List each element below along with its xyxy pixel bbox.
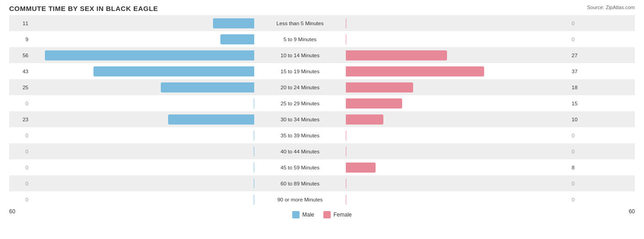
chart-title: COMMUTE TIME BY SEX IN BLACK EAGLE xyxy=(9,5,635,12)
female-value: 0 xyxy=(570,21,591,26)
female-bar xyxy=(346,98,402,109)
female-value: 8 xyxy=(570,165,591,170)
male-value: 56 xyxy=(9,53,30,58)
female-value: 0 xyxy=(570,37,591,42)
male-value: 0 xyxy=(9,101,30,106)
male-value: 0 xyxy=(9,165,30,170)
male-value: 0 xyxy=(9,133,30,138)
row-label: 30 to 34 Minutes xyxy=(254,117,346,122)
female-bar xyxy=(346,18,346,28)
male-bar xyxy=(93,66,254,76)
male-value: 23 xyxy=(9,117,30,122)
bars-area: 11Less than 5 Minutes095 to 9 Minutes056… xyxy=(9,15,635,207)
male-value: 0 xyxy=(9,197,30,202)
female-bar xyxy=(346,66,484,76)
row-label: 10 to 14 Minutes xyxy=(254,53,346,58)
female-value: 0 xyxy=(570,149,591,154)
table-row: 060 to 89 Minutes0 xyxy=(9,175,635,191)
table-row: 2330 to 34 Minutes10 xyxy=(9,111,635,127)
chart-container: COMMUTE TIME BY SEX IN BLACK EAGLE Sourc… xyxy=(0,0,644,239)
legend: Male Female xyxy=(292,211,352,218)
row-label: Less than 5 Minutes xyxy=(254,21,346,26)
female-value: 15 xyxy=(570,101,591,106)
row-label: 60 to 89 Minutes xyxy=(254,181,346,186)
female-bar xyxy=(346,179,346,189)
legend-male: Male xyxy=(292,211,314,218)
row-label: 45 to 59 Minutes xyxy=(254,165,346,170)
female-value: 37 xyxy=(570,69,591,74)
table-row: 11Less than 5 Minutes0 xyxy=(9,15,635,31)
row-label: 5 to 9 Minutes xyxy=(254,37,346,42)
female-bar xyxy=(346,147,346,157)
female-value: 0 xyxy=(570,181,591,186)
female-bar xyxy=(346,195,346,205)
row-label: 40 to 44 Minutes xyxy=(254,149,346,154)
table-row: 025 to 29 Minutes15 xyxy=(9,95,635,111)
male-bar xyxy=(213,18,254,28)
row-label: 15 to 19 Minutes xyxy=(254,69,346,74)
male-bar xyxy=(168,114,254,125)
row-label: 90 or more Minutes xyxy=(254,197,346,202)
male-value: 43 xyxy=(9,69,30,74)
female-value: 0 xyxy=(570,133,591,138)
male-bar xyxy=(220,34,254,44)
male-legend-box xyxy=(292,211,300,218)
table-row: 090 or more Minutes0 xyxy=(9,191,635,207)
female-value: 10 xyxy=(570,117,591,122)
male-bar xyxy=(161,82,254,92)
row-label: 35 to 39 Minutes xyxy=(254,133,346,138)
female-bar xyxy=(346,114,383,125)
female-legend-box xyxy=(323,211,331,218)
male-value: 25 xyxy=(9,85,30,90)
male-value: 0 xyxy=(9,149,30,154)
female-value: 18 xyxy=(570,85,591,90)
female-label: Female xyxy=(333,212,352,218)
row-label: 25 to 29 Minutes xyxy=(254,101,346,106)
axis-left: 60 xyxy=(9,208,15,218)
female-bar xyxy=(346,34,346,44)
table-row: 040 to 44 Minutes0 xyxy=(9,143,635,159)
male-value: 0 xyxy=(9,181,30,186)
female-value: 0 xyxy=(570,197,591,202)
female-bar xyxy=(346,130,346,141)
table-row: 045 to 59 Minutes8 xyxy=(9,159,635,175)
female-bar xyxy=(346,50,447,60)
table-row: 035 to 39 Minutes0 xyxy=(9,127,635,143)
female-value: 27 xyxy=(570,53,591,58)
male-label: Male xyxy=(302,212,314,218)
female-bar xyxy=(346,82,413,92)
source-label: Source: ZipAtlas.com xyxy=(587,5,635,10)
female-bar xyxy=(346,163,376,173)
axis-right: 60 xyxy=(629,208,635,218)
table-row: 5610 to 14 Minutes27 xyxy=(9,47,635,63)
male-value: 9 xyxy=(9,37,30,42)
male-bar xyxy=(45,50,254,60)
table-row: 4315 to 19 Minutes37 xyxy=(9,63,635,79)
table-row: 95 to 9 Minutes0 xyxy=(9,31,635,47)
male-value: 11 xyxy=(9,21,30,26)
table-row: 2520 to 24 Minutes18 xyxy=(9,79,635,95)
row-label: 20 to 24 Minutes xyxy=(254,85,346,90)
legend-female: Female xyxy=(323,211,352,218)
axis-labels: 60 Male Female 60 xyxy=(9,208,635,218)
